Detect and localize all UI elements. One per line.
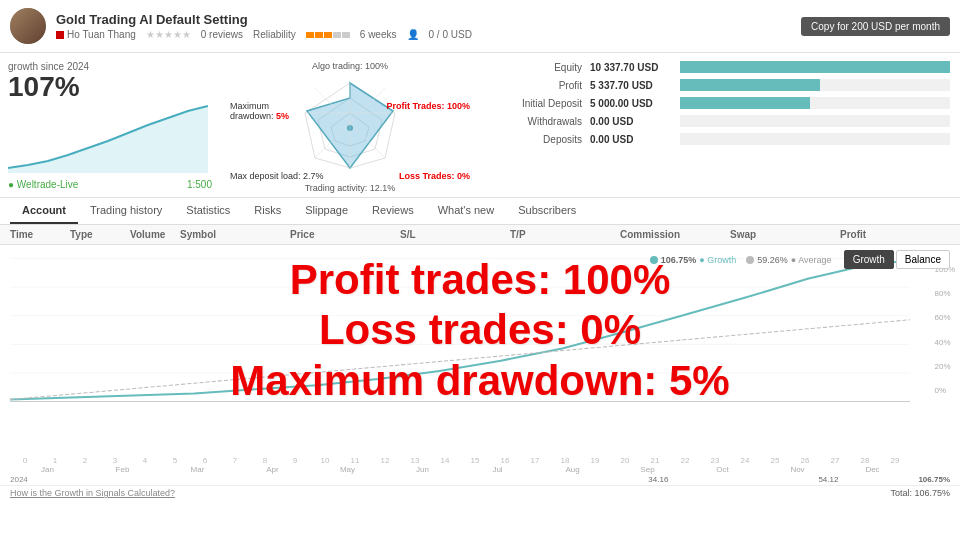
x-tick: 3 — [100, 456, 130, 465]
main-stats: growth since 2024 107% ● Weltrade-Live 1… — [0, 53, 960, 198]
star-rating: ★★★★★ — [146, 29, 191, 40]
th-type: Type — [70, 229, 130, 240]
equity-label: Deposits — [490, 134, 590, 145]
mini-growth-chart — [8, 103, 212, 175]
x-tick: 22 — [670, 456, 700, 465]
tab-trading-history[interactable]: Trading history — [78, 198, 174, 224]
annotation2: 54.12 — [818, 475, 838, 484]
equity-label: Equity — [490, 62, 590, 73]
x-tick: 5 — [160, 456, 190, 465]
month-tick: Nov — [760, 465, 835, 474]
online-dot: ● — [8, 179, 17, 190]
annotations-row: 2024 34.16 54.12 106.75% — [0, 474, 960, 485]
growth-stat: 106.75% ● Growth — [650, 250, 736, 269]
th-tp: T/P — [510, 229, 620, 240]
tab-reviews[interactable]: Reviews — [360, 198, 426, 224]
tab-what's-new[interactable]: What's new — [426, 198, 507, 224]
equity-label: Profit — [490, 80, 590, 91]
red-square-icon: Ho Tuan Thang — [56, 29, 136, 40]
max-drawdown-label: Maximumdrawdown: 5% — [230, 101, 289, 121]
radar-chart — [285, 73, 415, 183]
header: Gold Trading AI Default Setting Ho Tuan … — [0, 0, 960, 53]
equity-bar-fill — [680, 79, 820, 91]
equity-bar-bg — [680, 133, 950, 145]
footer-link[interactable]: How is the Growth in Signals Calculated? — [10, 488, 175, 498]
x-tick: 6 — [190, 456, 220, 465]
growth-button[interactable]: Growth — [844, 250, 894, 269]
x-tick: 18 — [550, 456, 580, 465]
equity-value: 10 337.70 USD — [590, 62, 680, 73]
th-sl: S/L — [400, 229, 510, 240]
x-tick: 11 — [340, 456, 370, 465]
equity-value: 5 000.00 USD — [590, 98, 680, 109]
equity-value: 5 337.70 USD — [590, 80, 680, 91]
copy-button[interactable]: Copy for 200 USD per month — [801, 17, 950, 36]
equity-bar-bg — [680, 61, 950, 73]
balance-button[interactable]: Balance — [896, 250, 950, 269]
tab-risks[interactable]: Risks — [242, 198, 293, 224]
x-tick: 12 — [370, 456, 400, 465]
x-tick: 2 — [70, 456, 100, 465]
total-label: Total: 106.75% — [890, 488, 950, 498]
month-axis: JanFebMarAprMayJunJulAugSepOctNovDec — [0, 465, 960, 474]
y-axis-labels: 100% 80% 60% 40% 20% 0% — [935, 265, 955, 395]
equity-row: Withdrawals 0.00 USD — [490, 115, 950, 127]
x-tick: 25 — [760, 456, 790, 465]
equity-row: Deposits 0.00 USD — [490, 133, 950, 145]
equity-row: Equity 10 337.70 USD — [490, 61, 950, 73]
growth-dot — [650, 256, 658, 264]
profit-trades-label: Profit Trades: 100% — [386, 101, 470, 111]
tab-account[interactable]: Account — [10, 198, 78, 224]
header-meta: Ho Tuan Thang ★★★★★ 0 reviews Reliabilit… — [56, 29, 791, 40]
equity-bar-bg — [680, 97, 950, 109]
x-tick: 24 — [730, 456, 760, 465]
x-tick: 8 — [250, 456, 280, 465]
footer: How is the Growth in Signals Calculated?… — [0, 485, 960, 500]
avatar — [10, 8, 46, 44]
month-tick: May — [310, 465, 385, 474]
x-tick: 15 — [460, 456, 490, 465]
average-dot — [746, 256, 754, 264]
average-stat: 59.26% ● Average — [746, 250, 831, 269]
x-tick: 0 — [10, 456, 40, 465]
month-tick: Aug — [535, 465, 610, 474]
annotation3: 106.75% — [918, 475, 950, 484]
x-tick: 26 — [790, 456, 820, 465]
reliability-bar — [306, 32, 350, 38]
page-title: Gold Trading AI Default Setting — [56, 12, 791, 27]
year-label: 2024 — [10, 475, 28, 484]
month-tick: Dec — [835, 465, 910, 474]
trading-activity-label: Trading activity: 12.1% — [228, 183, 472, 193]
max-deposit-label: Max deposit load: 2.7% — [230, 171, 324, 181]
equity-bar-fill — [680, 61, 950, 73]
th-symbol: Symbol — [180, 229, 290, 240]
equity-row: Initial Deposit 5 000.00 USD — [490, 97, 950, 109]
chart-area: Profit trades: 100% Loss trades: 0% Maxi… — [0, 245, 960, 455]
x-tick: 20 — [610, 456, 640, 465]
equity-label: Initial Deposit — [490, 98, 590, 109]
broker-name: ● Weltrade-Live — [8, 179, 78, 190]
leverage: 1:500 — [187, 179, 212, 190]
x-axis: 0123456789101112131415161718192021222324… — [0, 455, 960, 465]
x-tick: 29 — [880, 456, 910, 465]
algo-label: Algo trading: 100% — [228, 61, 472, 71]
th-time: Time — [10, 229, 70, 240]
main-growth-chart — [10, 250, 950, 412]
th-commission: Commission — [620, 229, 730, 240]
table-header: Time Type Volume Symbol Price S/L T/P Co… — [0, 225, 960, 245]
tab-subscribers[interactable]: Subscribers — [506, 198, 588, 224]
month-tick: Apr — [235, 465, 310, 474]
equity-bar-fill — [680, 97, 810, 109]
person-icon: 👤 — [407, 29, 419, 40]
x-tick: 21 — [640, 456, 670, 465]
tab-statistics[interactable]: Statistics — [174, 198, 242, 224]
x-tick: 1 — [40, 456, 70, 465]
th-swap: Swap — [730, 229, 840, 240]
tab-slippage[interactable]: Slippage — [293, 198, 360, 224]
th-price: Price — [290, 229, 400, 240]
th-profit: Profit — [840, 229, 950, 240]
x-tick: 9 — [280, 456, 310, 465]
equity-value: 0.00 USD — [590, 116, 680, 127]
chart-controls: 106.75% ● Growth 59.26% ● Average Growth… — [650, 250, 950, 269]
radar-area: Algo trading: 100% Profit Trades: 100% L… — [220, 53, 480, 197]
